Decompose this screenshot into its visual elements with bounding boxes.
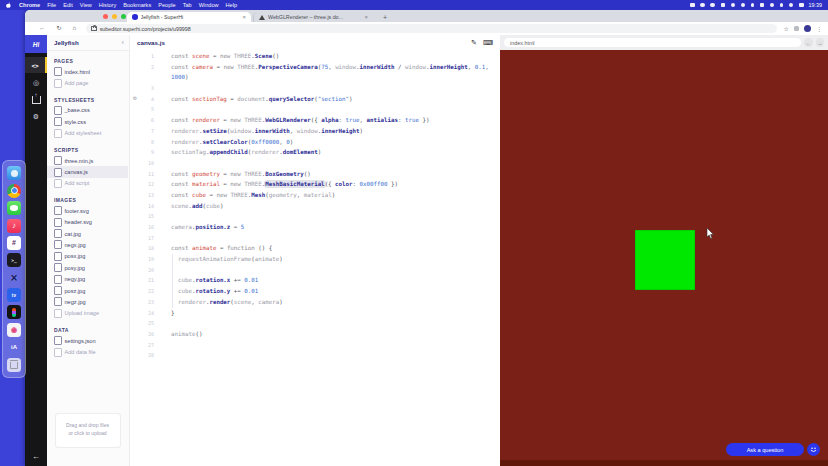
line-settings-gear-icon[interactable]: ⚙ <box>133 93 137 104</box>
browser-tab-threejs-docs[interactable]: WebGLRenderer – three.js do… × <box>253 12 373 22</box>
file-item[interactable]: canvas.js <box>47 166 128 177</box>
file-item[interactable]: footer.svg <box>47 205 128 216</box>
code-line[interactable]: 15 <box>130 211 500 222</box>
menu-item[interactable]: View <box>80 2 92 8</box>
code-line[interactable]: 5 <box>130 104 500 115</box>
file-item[interactable]: header.svg <box>47 217 128 228</box>
code-line[interactable]: 18const animate = function () { <box>130 243 500 254</box>
code-line[interactable]: 6const renderer = new THREE.WebGLRendere… <box>130 115 500 126</box>
dock-item-figma[interactable] <box>7 305 21 319</box>
zoom-window-button[interactable] <box>121 14 126 19</box>
extension-icon[interactable] <box>794 26 799 31</box>
close-window-button[interactable] <box>103 14 108 19</box>
file-item[interactable]: settings.json <box>47 335 128 346</box>
tidy-code-icon[interactable]: ✎ <box>471 39 477 47</box>
file-item[interactable]: cat.jpg <box>47 228 128 239</box>
dock-item-chrome[interactable] <box>7 184 21 198</box>
menubar-status-icon[interactable] <box>731 3 736 8</box>
menu-item[interactable]: People <box>158 2 175 8</box>
code-line[interactable]: 17 <box>130 233 500 244</box>
file-item[interactable]: _base.css <box>47 105 128 116</box>
menubar-status-icon[interactable] <box>751 3 754 6</box>
dock-item-messages[interactable] <box>7 201 21 215</box>
code-line[interactable]: 11const geometry = new THREE.BoxGeometry… <box>130 169 500 180</box>
code-line[interactable]: 4⚙const sectionTag = document.querySelec… <box>130 94 500 105</box>
bookmark-star-icon[interactable]: ☆ <box>784 25 789 32</box>
code-line[interactable]: 2const camera = new THREE.PerspectiveCam… <box>130 62 500 73</box>
menu-item[interactable]: Edit <box>63 2 73 8</box>
close-tab-icon[interactable]: × <box>242 14 246 20</box>
dock-item-ia-writer[interactable]: iA <box>7 340 21 354</box>
dock-item-music[interactable]: ♪ <box>7 219 21 233</box>
menubar-status-icon[interactable] <box>710 3 715 8</box>
chat-smiley-button[interactable] <box>807 443 820 456</box>
ask-a-question-button[interactable]: Ask a question <box>726 443 804 456</box>
code-line[interactable]: 26animate() <box>130 329 500 340</box>
code-view-tab[interactable]: <> <box>25 57 47 73</box>
dock-item-stickers[interactable]: ◉ <box>7 323 21 337</box>
code-line[interactable]: 28 <box>130 350 500 361</box>
code-line[interactable]: 27 <box>130 340 500 351</box>
file-item[interactable]: index.html <box>47 66 128 77</box>
code-line[interactable]: 1const scene = new THREE.Scene() <box>130 51 500 62</box>
add-file-action[interactable]: Add script <box>47 178 128 189</box>
menubar-status-icon[interactable] <box>700 3 705 8</box>
add-file-action[interactable]: Upload image <box>47 308 128 319</box>
menubar-status-icon[interactable] <box>799 3 804 8</box>
browser-menu-kebab-icon[interactable]: ⋮ <box>816 25 822 32</box>
menu-item[interactable]: Window <box>199 2 219 8</box>
menubar-status-icon[interactable] <box>690 3 695 8</box>
menu-item[interactable]: File <box>47 2 56 8</box>
dock-item-sketch[interactable]: × <box>7 271 21 285</box>
code-line[interactable]: 8renderer.setClearColor(0xff0000, 0) <box>130 137 500 148</box>
code-line[interactable]: 21 cube.rotation.x += 0.01 <box>130 275 500 286</box>
menu-item[interactable]: History <box>99 2 116 8</box>
code-line[interactable]: 19 requestAnimationFrame(animate) <box>130 254 500 265</box>
code-line[interactable]: 14scene.add(cube) <box>130 201 500 212</box>
close-tab-icon[interactable]: × <box>364 14 368 20</box>
menu-item[interactable]: Bookmarks <box>123 2 151 8</box>
profile-avatar[interactable] <box>804 25 811 32</box>
preview-back-icon[interactable]: ← <box>804 38 813 47</box>
code-line[interactable]: 16camera.position.z = 5 <box>130 222 500 233</box>
menu-item[interactable]: Chrome <box>19 2 40 8</box>
menubar-status-icon[interactable] <box>780 3 783 6</box>
file-item[interactable]: three.min.js <box>47 155 128 166</box>
address-bar[interactable]: subeditor.superhi.com/projects/u99998 <box>86 24 776 33</box>
back-arrow-icon[interactable]: ← <box>25 452 47 461</box>
file-item[interactable]: posx.jpg <box>47 251 128 262</box>
preview-eye-icon[interactable]: ◎ <box>25 75 47 90</box>
code-line[interactable]: 1000) <box>130 72 500 83</box>
dock-item-finder[interactable] <box>7 166 21 180</box>
collapse-sidebar-icon[interactable]: ‹ <box>122 39 124 46</box>
refresh-icon[interactable]: ↻ <box>56 25 61 31</box>
menubar-status-icon[interactable] <box>789 3 794 8</box>
code-lines[interactable]: 1const scene = new THREE.Scene()2const c… <box>130 51 500 361</box>
code-line[interactable]: 24} <box>130 308 500 319</box>
menubar-clock[interactable]: 19:39 <box>809 2 823 8</box>
new-tab-button[interactable]: + <box>380 12 390 22</box>
code-line[interactable]: 20 <box>130 265 500 276</box>
code-line[interactable]: 13const cube = new THREE.Mesh(geometry, … <box>130 190 500 201</box>
upload-dropzone[interactable]: Drag and drop filesor click to upload <box>55 413 121 448</box>
browser-tab-jellyfish[interactable]: Jellyfish - SuperHi × <box>127 12 251 22</box>
file-item[interactable]: negy.jpg <box>47 273 128 284</box>
share-icon[interactable]: ↑ <box>25 92 47 107</box>
file-item[interactable]: style.css <box>47 116 128 127</box>
menubar-status-icon[interactable] <box>721 3 726 8</box>
apple-menu-icon[interactable] <box>6 2 12 9</box>
add-file-action[interactable]: Add data file <box>47 346 128 357</box>
home-icon[interactable]: ⌂ <box>72 25 76 31</box>
keyboard-shortcuts-icon[interactable]: ⌨ <box>483 39 493 47</box>
file-item[interactable]: posz.jpg <box>47 285 128 296</box>
dock-item-terminal[interactable]: >_ <box>7 253 21 267</box>
file-item[interactable]: negz.jpg <box>47 296 128 307</box>
menu-item[interactable]: Help <box>226 2 238 8</box>
dock-item-slack[interactable]: # <box>7 236 21 250</box>
settings-gear-icon[interactable]: ⚙ <box>25 109 47 124</box>
file-item[interactable]: posy.jpg <box>47 262 128 273</box>
menubar-status-icon[interactable] <box>741 3 746 8</box>
code-line[interactable]: 7renderer.setSize(window.innerWidth, win… <box>130 126 500 137</box>
code-line[interactable]: 22 cube.rotation.y += 0.01 <box>130 286 500 297</box>
file-item[interactable]: negx.jpg <box>47 239 128 250</box>
